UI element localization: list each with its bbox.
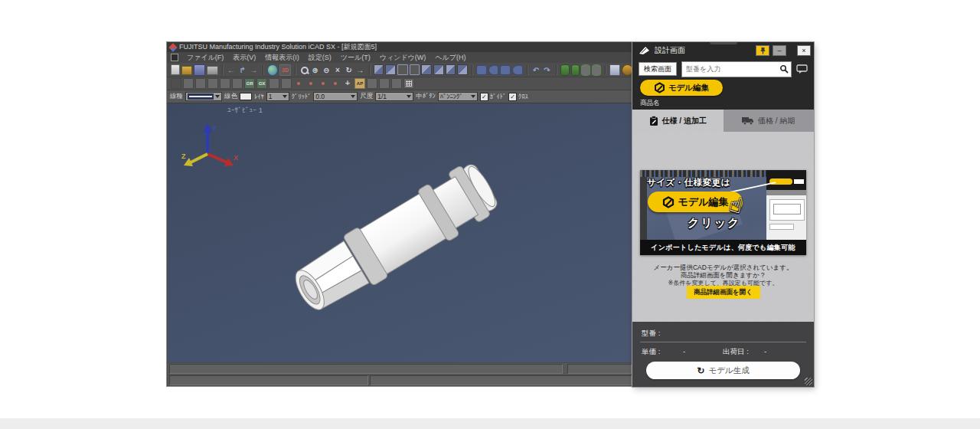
parts-list-icon[interactable] (622, 64, 633, 76)
middle-button-select[interactable]: ﾊﾟﾝﾆﾝｸﾞ (438, 92, 478, 101)
model-edit-button[interactable]: モデル編集 (640, 80, 723, 96)
resize-grip[interactable] (805, 378, 812, 385)
panel-search-row: 検索画面 (632, 59, 814, 79)
solid-tool-2-icon[interactable] (488, 65, 499, 75)
3d-viewport[interactable]: ﾕｰｻﾞﾋﾞｭｰ 1 Y X Z (168, 103, 633, 362)
line-color-swatch[interactable] (240, 93, 252, 100)
toolbar-edit: GR GX + AP (167, 77, 634, 90)
point-icon[interactable] (293, 78, 304, 89)
drawing-ref-icon[interactable] (609, 64, 621, 76)
grid-label: ｸﾞﾘｯﾄﾞ (292, 93, 312, 100)
menu-view[interactable]: 表示(V) (228, 53, 260, 63)
part-wire-icon[interactable] (581, 64, 590, 76)
system-menu-icon[interactable] (171, 54, 178, 61)
region-select-icon[interactable] (183, 78, 194, 89)
part-solid-2-icon[interactable] (571, 64, 580, 76)
back-icon[interactable]: ← (227, 65, 237, 75)
line-type-select[interactable] (185, 92, 222, 101)
tab-price-delivery[interactable]: 価格 / 納期 (724, 110, 815, 132)
menu-tools[interactable]: ツール(T) (336, 53, 375, 63)
tab-spec-additional[interactable]: 仕様 / 追加工 (632, 110, 724, 132)
branch-icon[interactable]: ↱ (237, 65, 247, 75)
drag-handle[interactable] (710, 42, 737, 44)
menu-window[interactable]: ウィンドウ(W) (375, 53, 431, 63)
cad-menubar: ファイル(F) 表示(V) 情報表示(I) 設定(S) ツール(T) ウィンドウ… (167, 52, 634, 63)
split-icon[interactable] (281, 78, 292, 89)
truck-icon (742, 116, 754, 125)
search-icon[interactable] (779, 64, 789, 74)
intersection-icon[interactable]: + (342, 78, 353, 89)
snap-ap-icon[interactable]: AP (354, 78, 365, 89)
zoom-cancel-icon[interactable]: × (333, 65, 343, 75)
banner-click-text: クリック (688, 216, 740, 231)
redo-icon[interactable]: ↷ (542, 65, 552, 75)
zoom-out-icon[interactable]: ⊖ (322, 65, 332, 75)
model-globe-icon[interactable] (267, 64, 279, 76)
promo-banner[interactable]: サイズ・仕様変更は モデル編集 ☝ クリック インポートしたモデルは、何度でも編… (640, 170, 806, 255)
numeric-input-icon[interactable] (391, 78, 402, 89)
hatch-icon[interactable] (232, 78, 243, 89)
grid-points-icon[interactable] (403, 78, 414, 89)
middle-button-label: 中ﾎﾞﾀﾝ (416, 92, 436, 101)
undo-icon[interactable]: ↶ (531, 65, 541, 75)
view-cube-user-icon[interactable] (457, 64, 468, 75)
model-generate-button[interactable]: ↻ モデル生成 (646, 362, 800, 379)
panel-logo-icon (639, 46, 650, 55)
view-cube-right-icon[interactable] (410, 64, 420, 75)
part-solid-icon[interactable] (560, 64, 570, 76)
new-drawing-icon[interactable] (171, 64, 180, 75)
rotate-view-icon[interactable]: ↻ (344, 65, 354, 75)
to-3d-icon[interactable]: 3D (279, 64, 291, 76)
midpoint-icon[interactable] (330, 78, 341, 89)
group-gx-icon[interactable]: GX (256, 78, 267, 89)
view-cube-front-icon[interactable] (374, 64, 384, 75)
view-cube-left-icon[interactable] (397, 64, 408, 75)
close-button[interactable]: × (797, 45, 811, 56)
banner-hex-icon (662, 196, 675, 208)
guide-check-icon: ✓ (480, 93, 488, 101)
angle-icon[interactable] (379, 78, 390, 89)
part-number-input[interactable] (684, 64, 777, 74)
open-product-detail-button[interactable]: 商品詳細画面を開く (687, 286, 760, 299)
view-cube-back-icon[interactable] (385, 64, 396, 75)
view-cube-iso-icon[interactable] (446, 64, 456, 75)
select-icon[interactable] (171, 78, 181, 89)
minimize-button[interactable]: – (773, 45, 786, 56)
pin-button[interactable] (756, 45, 769, 56)
menu-info[interactable]: 情報表示(I) (260, 53, 304, 63)
segment-point-icon[interactable] (318, 78, 328, 89)
dimension-icon[interactable] (367, 78, 377, 89)
copy-icon[interactable] (207, 78, 218, 89)
layer-select[interactable]: 1 (266, 92, 289, 101)
tab-content: サイズ・仕様変更は モデル編集 ☝ クリック インポートしたモデルは、何度でも編… (632, 132, 814, 322)
move-icon[interactable] (195, 78, 206, 89)
part-wire-2-icon[interactable] (592, 64, 601, 76)
zoom-in-icon[interactable]: ⊕ (310, 65, 320, 75)
solid-tool-4-icon[interactable] (512, 65, 523, 75)
reference-icon[interactable] (269, 78, 279, 89)
toolbar-main: ← ↱ → 3D ⊕ ⊖ × ↻ → ↶ ↷ (167, 63, 634, 77)
solid-tool-3-icon[interactable] (500, 65, 511, 75)
solid-tool-1-icon[interactable] (476, 65, 487, 75)
refresh-icon: ↻ (697, 365, 704, 376)
print-icon[interactable] (207, 66, 218, 75)
menu-help[interactable]: ヘルプ(H) (430, 53, 470, 63)
scale-select[interactable]: 1/1 (375, 92, 413, 101)
polygon-icon[interactable] (220, 78, 230, 89)
feedback-icon[interactable] (796, 64, 808, 74)
grid-select[interactable]: 0.0 (313, 92, 358, 101)
menu-file[interactable]: ファイル(F) (182, 53, 228, 63)
forward-icon[interactable]: → (249, 65, 259, 75)
group-gr-icon[interactable]: GR (244, 78, 255, 89)
search-screen-button[interactable]: 検索画面 (639, 62, 677, 76)
menu-settings[interactable]: 設定(S) (304, 53, 336, 63)
view-cube-bottom-icon[interactable] (433, 64, 444, 75)
open-file-icon[interactable] (181, 66, 193, 75)
guide-checkbox[interactable]: ✓ ｶﾞｲﾄﾞ (480, 93, 506, 101)
endpoint-icon[interactable] (305, 78, 316, 89)
cross-checkbox[interactable]: ✓ ｸﾛｽ (508, 93, 528, 101)
save-icon[interactable] (194, 64, 205, 76)
zoom-icon[interactable] (299, 65, 309, 75)
fit-view-icon[interactable]: → (355, 65, 365, 75)
view-cube-top-icon[interactable] (421, 64, 432, 75)
